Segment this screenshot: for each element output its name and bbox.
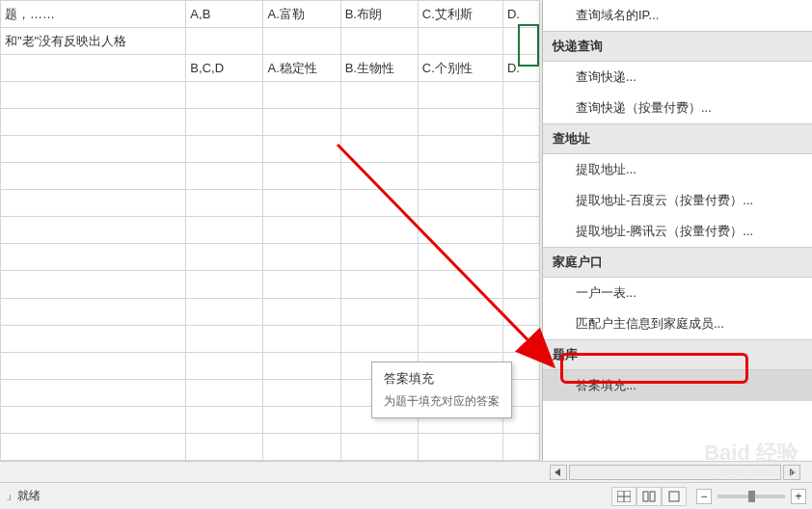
- panel-item-extract-address-baidu[interactable]: 提取地址-百度云（按量付费）...: [543, 185, 812, 216]
- zoom-slider-thumb[interactable]: [748, 491, 755, 502]
- cell[interactable]: [418, 28, 502, 55]
- cell[interactable]: [418, 217, 502, 244]
- cell[interactable]: [1, 82, 186, 109]
- cell[interactable]: 题，……: [1, 1, 186, 28]
- cell[interactable]: [263, 244, 340, 271]
- cell[interactable]: [186, 271, 263, 298]
- cell[interactable]: [186, 109, 263, 136]
- panel-item-extract-address-tencent[interactable]: 提取地址-腾讯云（按量付费）...: [543, 216, 812, 247]
- cell[interactable]: [186, 82, 263, 109]
- panel-item-one-house-one-table[interactable]: 一户一表...: [543, 278, 812, 308]
- cell[interactable]: B.布朗: [340, 1, 418, 28]
- cell[interactable]: [263, 271, 340, 298]
- cell[interactable]: [340, 325, 418, 352]
- zoom-out-button[interactable]: −: [696, 489, 712, 504]
- zoom-in-button[interactable]: +: [791, 489, 806, 504]
- cell[interactable]: [502, 163, 539, 190]
- cell[interactable]: [186, 352, 263, 379]
- panel-item-extract-address[interactable]: 提取地址...: [543, 154, 812, 185]
- cell[interactable]: [502, 433, 539, 460]
- panel-item-answer-fill[interactable]: 答案填充...: [543, 370, 812, 401]
- cell[interactable]: C.艾利斯: [418, 1, 502, 28]
- panel-item-query-express-paid[interactable]: 查询快递（按量付费）...: [543, 93, 812, 123]
- cell[interactable]: [186, 379, 263, 406]
- cell[interactable]: [502, 190, 539, 217]
- cell[interactable]: [186, 28, 263, 55]
- cell[interactable]: [186, 217, 263, 244]
- cell[interactable]: [1, 244, 186, 271]
- cell[interactable]: [418, 433, 502, 460]
- cell[interactable]: [1, 163, 186, 190]
- cell[interactable]: [263, 406, 340, 433]
- cell[interactable]: [263, 109, 340, 136]
- hscroll-right-button[interactable]: [783, 465, 800, 480]
- cell[interactable]: [418, 190, 502, 217]
- view-page-layout-button[interactable]: [636, 487, 662, 506]
- cell[interactable]: [418, 244, 502, 271]
- view-page-break-button[interactable]: [662, 487, 687, 506]
- cell[interactable]: [1, 109, 186, 136]
- cell[interactable]: [1, 298, 186, 325]
- cell[interactable]: [340, 136, 418, 163]
- zoom-slider[interactable]: [717, 495, 785, 498]
- cell[interactable]: [1, 352, 186, 379]
- cell[interactable]: [186, 298, 263, 325]
- cell[interactable]: [263, 352, 340, 379]
- cell[interactable]: [263, 136, 340, 163]
- cell[interactable]: D.: [502, 1, 539, 28]
- cell[interactable]: [418, 163, 502, 190]
- cell[interactable]: [263, 325, 340, 352]
- cell[interactable]: [1, 55, 186, 82]
- cell[interactable]: [186, 190, 263, 217]
- cell[interactable]: [418, 109, 502, 136]
- cell[interactable]: [418, 271, 502, 298]
- cell[interactable]: [263, 190, 340, 217]
- cell[interactable]: [1, 190, 186, 217]
- cell[interactable]: [263, 298, 340, 325]
- cell[interactable]: [502, 325, 539, 352]
- cell[interactable]: [340, 82, 418, 109]
- cell[interactable]: [263, 379, 340, 406]
- cell[interactable]: B.生物性: [340, 55, 418, 82]
- cell[interactable]: [502, 217, 539, 244]
- cell[interactable]: [502, 136, 539, 163]
- cell[interactable]: A.富勒: [263, 1, 340, 28]
- cell[interactable]: [1, 325, 186, 352]
- cell[interactable]: [502, 298, 539, 325]
- cell[interactable]: A.稳定性: [263, 55, 340, 82]
- cell[interactable]: [186, 163, 263, 190]
- cell[interactable]: [340, 109, 418, 136]
- cell[interactable]: [263, 28, 340, 55]
- cell[interactable]: [502, 271, 539, 298]
- cell[interactable]: A,B: [186, 1, 263, 28]
- cell[interactable]: [186, 325, 263, 352]
- cell[interactable]: [186, 406, 263, 433]
- cell[interactable]: 和"老"没有反映出人格: [1, 28, 186, 55]
- cell[interactable]: [340, 163, 418, 190]
- cell[interactable]: [418, 325, 502, 352]
- cell[interactable]: [502, 82, 539, 109]
- cell[interactable]: [340, 217, 418, 244]
- cell[interactable]: [502, 28, 539, 55]
- cell[interactable]: [418, 298, 502, 325]
- cell[interactable]: B,C,D: [186, 55, 263, 82]
- cell[interactable]: [418, 82, 502, 109]
- cell[interactable]: [1, 136, 186, 163]
- cell[interactable]: [340, 271, 418, 298]
- hscroll-left-button[interactable]: [550, 465, 567, 480]
- cell[interactable]: [1, 433, 186, 460]
- cell[interactable]: C.个别性: [418, 55, 502, 82]
- cell[interactable]: [1, 217, 186, 244]
- cell[interactable]: [1, 271, 186, 298]
- cell[interactable]: [263, 82, 340, 109]
- cell[interactable]: [186, 136, 263, 163]
- view-normal-button[interactable]: [611, 487, 636, 506]
- cell[interactable]: [340, 190, 418, 217]
- cell[interactable]: [263, 163, 340, 190]
- cell[interactable]: [1, 379, 186, 406]
- cell[interactable]: [340, 28, 418, 55]
- cell[interactable]: [186, 244, 263, 271]
- cell[interactable]: [502, 109, 539, 136]
- cell[interactable]: [340, 433, 418, 460]
- panel-item-query-express[interactable]: 查询快递...: [543, 62, 812, 93]
